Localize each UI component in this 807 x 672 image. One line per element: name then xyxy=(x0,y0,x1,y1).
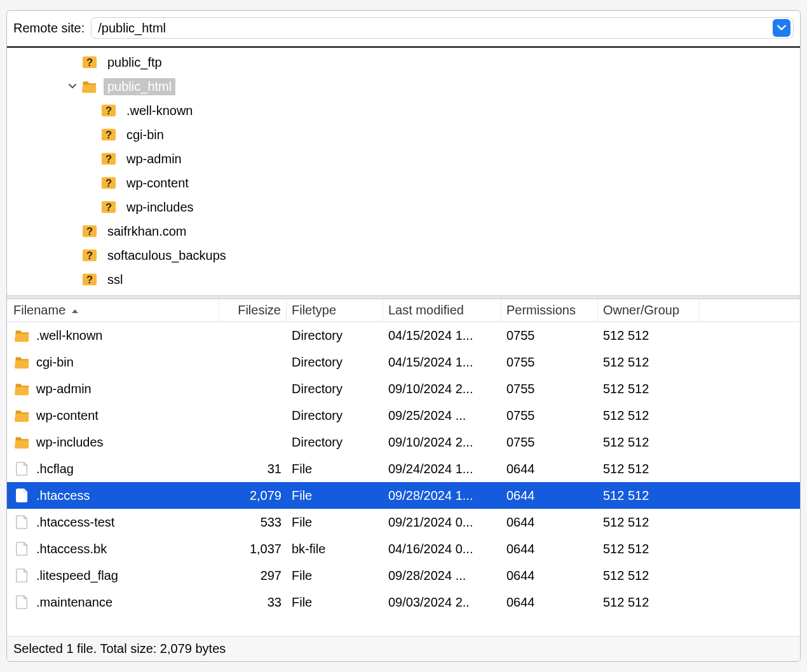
cell-owner: 512 512 xyxy=(598,542,700,556)
tree-item[interactable]: public_html xyxy=(7,74,800,98)
file-row[interactable]: .maintenance33File09/03/2024 2..0644512 … xyxy=(7,589,800,615)
remote-path-field[interactable] xyxy=(91,17,794,39)
file-name: .well-known xyxy=(36,328,102,343)
cell-filetype: File xyxy=(287,595,383,610)
tree-item[interactable]: .well-known xyxy=(7,98,800,123)
file-name: wp-content xyxy=(36,408,98,423)
remote-pathbar: Remote site: xyxy=(7,11,800,48)
file-row[interactable]: .htaccess-test533File09/21/2024 0...0644… xyxy=(7,509,800,535)
file-icon xyxy=(13,541,31,557)
cell-owner: 512 512 xyxy=(598,595,700,610)
column-permissions[interactable]: Permissions xyxy=(501,299,598,321)
folder-icon xyxy=(13,354,31,370)
tree-item-label: public_html xyxy=(104,78,175,95)
remote-path-input[interactable] xyxy=(98,21,773,36)
cell-filetype: Directory xyxy=(287,355,383,370)
tree-item-label: wp-includes xyxy=(123,199,198,216)
column-filesize-label: Filesize xyxy=(238,303,281,318)
cell-owner: 512 512 xyxy=(598,382,700,396)
cell-modified: 09/03/2024 2.. xyxy=(383,595,501,610)
cell-perms: 0644 xyxy=(501,542,598,556)
cell-modified: 09/21/2024 0... xyxy=(383,515,501,530)
cell-owner: 512 512 xyxy=(598,355,700,370)
cell-owner: 512 512 xyxy=(598,462,700,476)
file-name: wp-includes xyxy=(36,435,104,450)
cell-filesize: 2,079 xyxy=(219,488,287,503)
tree-item[interactable]: softaculous_backups xyxy=(7,243,800,267)
cell-perms: 0755 xyxy=(501,382,598,396)
remote-site-label: Remote site: xyxy=(13,21,85,36)
file-icon xyxy=(13,567,31,584)
cell-perms: 0644 xyxy=(501,568,598,583)
unknown-folder-icon xyxy=(81,223,98,239)
column-modified-label: Last modified xyxy=(388,303,464,318)
tree-item-label: ssl xyxy=(104,271,126,288)
file-row[interactable]: .well-knownDirectory04/15/2024 1...07555… xyxy=(7,322,800,349)
cell-modified: 09/28/2024 1... xyxy=(383,488,501,503)
file-icon xyxy=(13,514,31,530)
tree-item[interactable]: saifrkhan.com xyxy=(7,219,800,243)
cell-filesize: 31 xyxy=(219,462,287,476)
file-row[interactable]: .hcflag31File09/24/2024 1...0644512 512 xyxy=(7,455,800,482)
cell-owner: 512 512 xyxy=(598,515,700,530)
sort-ascending-icon xyxy=(71,303,79,318)
folder-icon xyxy=(81,78,98,95)
cell-filetype: Directory xyxy=(287,328,383,343)
disclosure-triangle[interactable] xyxy=(64,83,81,90)
cell-perms: 0644 xyxy=(501,488,598,503)
file-name: .litespeed_flag xyxy=(36,568,118,583)
status-bar: Selected 1 file. Total size: 2,079 bytes xyxy=(7,636,800,661)
folder-icon xyxy=(13,434,31,450)
file-icon xyxy=(13,460,31,477)
cell-perms: 0644 xyxy=(501,595,598,610)
cell-modified: 09/28/2024 ... xyxy=(383,568,501,583)
column-permissions-label: Permissions xyxy=(506,303,576,318)
remote-file-list[interactable]: .well-knownDirectory04/15/2024 1...07555… xyxy=(7,322,800,636)
folder-icon xyxy=(13,327,31,344)
file-icon xyxy=(13,487,31,504)
tree-item-label: saifrkhan.com xyxy=(104,223,191,240)
column-owner[interactable]: Owner/Group xyxy=(598,299,700,321)
path-history-dropdown[interactable] xyxy=(773,19,790,37)
tree-item-label: public_ftp xyxy=(104,54,166,71)
tree-item[interactable]: wp-content xyxy=(7,171,800,195)
remote-panel: Remote site: public_ftppublic_html.well-… xyxy=(6,10,801,662)
file-row[interactable]: wp-contentDirectory09/25/2024 ...0755512… xyxy=(7,402,800,429)
cell-modified: 04/15/2024 1... xyxy=(383,328,501,343)
column-filetype-label: Filetype xyxy=(292,303,336,318)
file-row[interactable]: .htaccess2,079File09/28/2024 1...0644512… xyxy=(7,482,800,509)
cell-filetype: Directory xyxy=(287,408,383,423)
column-modified[interactable]: Last modified xyxy=(383,299,501,321)
file-row[interactable]: cgi-binDirectory04/15/2024 1...0755512 5… xyxy=(7,349,800,375)
remote-directory-tree[interactable]: public_ftppublic_html.well-knowncgi-binw… xyxy=(7,48,800,295)
cell-owner: 512 512 xyxy=(598,328,700,343)
tree-item[interactable]: public_ftp xyxy=(7,50,800,74)
tree-item[interactable]: wp-admin xyxy=(7,147,800,171)
column-filename[interactable]: Filename xyxy=(7,299,219,321)
tree-item[interactable] xyxy=(7,292,800,295)
cell-perms: 0644 xyxy=(501,462,598,476)
cell-filetype: Directory xyxy=(287,382,383,396)
unknown-folder-icon xyxy=(100,175,118,191)
cell-modified: 09/24/2024 1... xyxy=(383,462,501,476)
tree-item[interactable]: cgi-bin xyxy=(7,123,800,147)
cell-filetype: Directory xyxy=(287,435,383,450)
cell-modified: 04/15/2024 1... xyxy=(383,355,501,370)
cell-perms: 0755 xyxy=(501,435,598,450)
column-filetype[interactable]: Filetype xyxy=(287,299,383,321)
file-name: .hcflag xyxy=(36,462,74,476)
file-row[interactable]: wp-includesDirectory09/10/2024 2...07555… xyxy=(7,429,800,455)
file-row[interactable]: .litespeed_flag297File09/28/2024 ...0644… xyxy=(7,562,800,589)
unknown-folder-icon xyxy=(100,151,118,167)
cell-owner: 512 512 xyxy=(598,488,700,503)
tree-item[interactable]: wp-includes xyxy=(7,195,800,219)
folder-icon xyxy=(13,407,31,424)
column-filesize[interactable]: Filesize xyxy=(219,299,287,321)
file-row[interactable]: wp-adminDirectory09/10/2024 2...0755512 … xyxy=(7,375,800,402)
status-text: Selected 1 file. Total size: 2,079 bytes xyxy=(13,642,226,656)
file-row[interactable]: .htaccess.bk1,037bk-file04/16/2024 0...0… xyxy=(7,535,800,562)
tree-item[interactable]: ssl xyxy=(7,267,800,292)
cell-owner: 512 512 xyxy=(598,408,700,423)
file-list-header: Filename Filesize Filetype Last modified… xyxy=(7,299,800,322)
tree-item-label: .well-known xyxy=(123,102,196,119)
